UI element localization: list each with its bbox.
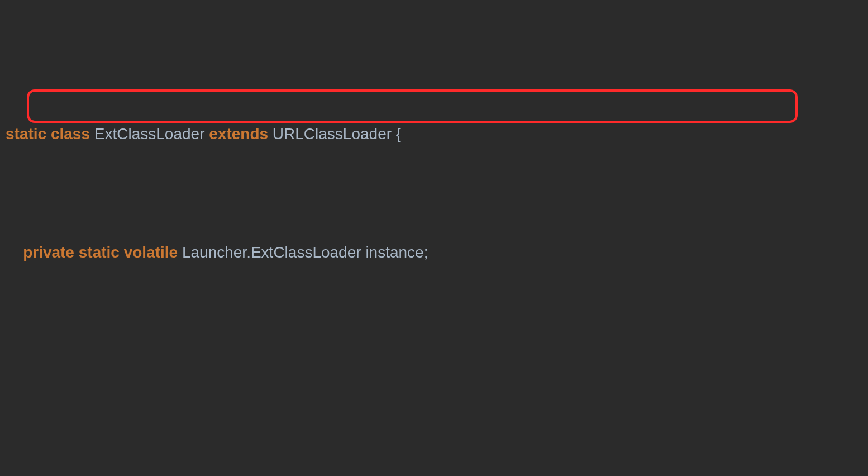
keyword: class [51, 125, 90, 142]
code-line: static class ExtClassLoader extends URLC… [0, 119, 868, 149]
highlight-box [27, 89, 798, 123]
field-name: instance [365, 244, 423, 261]
parent-class: URLClassLoader [273, 125, 392, 142]
semicolon: ; [424, 244, 428, 261]
keyword: static [79, 244, 120, 261]
keyword: static [6, 125, 46, 142]
code-line [0, 356, 868, 386]
keyword: volatile [124, 244, 178, 261]
brace: { [396, 125, 401, 142]
code-line: private static volatile Launcher.ExtClas… [0, 237, 868, 267]
code-editor[interactable]: static class ExtClassLoader extends URLC… [0, 0, 868, 476]
keyword: extends [209, 125, 268, 142]
class-name: ExtClassLoader [94, 125, 205, 142]
keyword: private [23, 244, 74, 261]
type: Launcher.ExtClassLoader [182, 244, 361, 261]
